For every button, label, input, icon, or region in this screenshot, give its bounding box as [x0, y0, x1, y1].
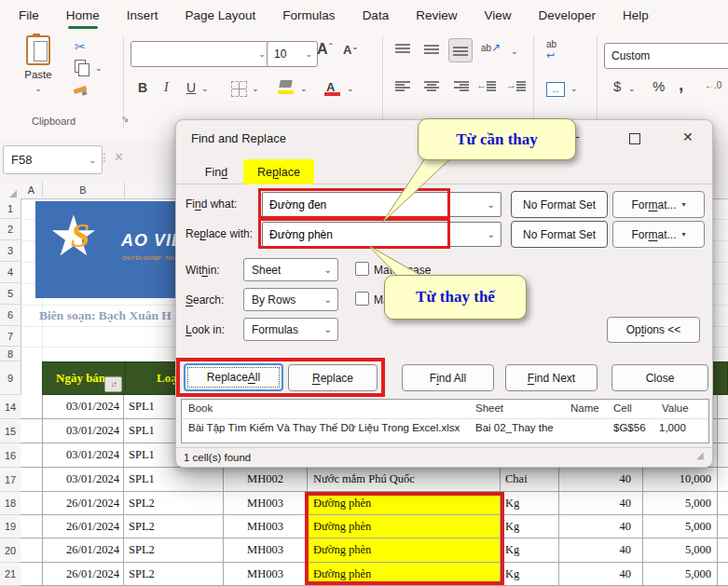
cell-unit[interactable]: Kg: [501, 563, 559, 585]
bold-button[interactable]: B: [138, 80, 147, 95]
options-button[interactable]: Options <<: [607, 317, 700, 343]
row-header[interactable]: 3: [0, 240, 21, 262]
fill-color-button[interactable]: [280, 80, 292, 88]
cancel-entry-icon[interactable]: ✕: [114, 150, 124, 164]
look-in-select[interactable]: Formulas ⌄: [243, 318, 338, 341]
cell-date[interactable]: 26/01/2024: [42, 515, 124, 538]
row-header[interactable]: 8: [0, 347, 21, 361]
cell-qty[interactable]: 40: [559, 492, 643, 514]
percent-format-button[interactable]: %: [652, 78, 665, 94]
cell-code[interactable]: MH003: [224, 563, 308, 585]
search-select[interactable]: By Rows ⌄: [243, 288, 338, 311]
tab-review[interactable]: Review: [416, 8, 457, 22]
results-col-value[interactable]: Value: [662, 402, 689, 414]
borders-button[interactable]: [231, 81, 247, 97]
cell[interactable]: [718, 395, 728, 418]
row-header[interactable]: 14: [0, 395, 21, 419]
tab-insert[interactable]: Insert: [127, 8, 158, 22]
cell-qty[interactable]: 40: [559, 563, 643, 585]
cell[interactable]: [718, 563, 728, 585]
row-header[interactable]: 15: [0, 419, 21, 443]
name-box[interactable]: F58 ⌄: [3, 145, 103, 174]
results-col-sheet[interactable]: Sheet: [475, 402, 503, 414]
select-all-corner[interactable]: [9, 190, 17, 198]
currency-format-button[interactable]: $: [613, 78, 621, 94]
replace-format-button[interactable]: Format... ▾: [612, 221, 705, 248]
increase-decimal-button[interactable]: ←.0: [705, 80, 721, 90]
row-header[interactable]: 18: [0, 492, 21, 515]
row-header[interactable]: 5: [0, 283, 21, 305]
row-header[interactable]: 6: [0, 305, 21, 326]
tab-page-layout[interactable]: Page Layout: [185, 8, 256, 22]
chevron-down-icon[interactable]: ⌄: [252, 84, 259, 93]
cell-qty[interactable]: 40: [559, 515, 643, 538]
row-header[interactable]: 9: [0, 361, 21, 395]
cell-date[interactable]: 03/01/2024: [42, 468, 124, 491]
find-all-button[interactable]: Find All: [402, 364, 494, 391]
cell[interactable]: [718, 419, 728, 443]
decrease-indent-button[interactable]: ←: [479, 80, 496, 93]
cell-type[interactable]: SPL2: [124, 492, 224, 514]
close-icon[interactable]: ✕: [682, 129, 694, 144]
chevron-down-icon[interactable]: ⌄: [347, 84, 354, 93]
chevron-down-icon[interactable]: ⌄: [511, 47, 518, 56]
cell-date[interactable]: 26/01/2024: [42, 563, 124, 585]
align-bottom-button-active[interactable]: [448, 38, 473, 62]
row-header[interactable]: 2: [0, 219, 21, 240]
align-middle-button[interactable]: [424, 43, 439, 56]
find-next-button[interactable]: Find Next: [505, 364, 598, 391]
sort-filter-icon[interactable]: ↓↑: [104, 376, 122, 392]
cut-icon[interactable]: ✂: [75, 39, 86, 54]
italic-button[interactable]: I: [164, 80, 169, 95]
cell-date[interactable]: 26/01/2024: [42, 492, 124, 514]
chevron-down-icon[interactable]: ⌄: [628, 84, 636, 93]
cell-product[interactable]: Nước mắm Phú Quốc: [308, 468, 501, 491]
comma-format-button[interactable]: ,: [679, 75, 683, 95]
cell-date[interactable]: 03/01/2024: [42, 443, 124, 467]
tab-find[interactable]: Find: [189, 159, 243, 184]
cell-type[interactable]: SPL2: [124, 538, 224, 562]
cell-code[interactable]: MH003: [224, 538, 308, 562]
copy-button[interactable]: [75, 60, 86, 73]
results-col-cell[interactable]: Cell: [613, 402, 632, 414]
format-painter-icon[interactable]: [74, 88, 89, 97]
tab-data[interactable]: Data: [363, 8, 390, 22]
cell-unit[interactable]: Kg: [501, 515, 559, 538]
results-row[interactable]: Bài Tập Tìm Kiếm Và Thay Thế Dữ Liệu Tro…: [182, 418, 708, 441]
font-name-combo[interactable]: ⌄: [130, 41, 271, 67]
cell-type[interactable]: SPL2: [124, 563, 224, 585]
merge-center-button[interactable]: ↔: [546, 82, 565, 97]
align-right-button[interactable]: [454, 80, 469, 93]
cell[interactable]: [718, 443, 728, 467]
cell-price[interactable]: 5,000: [643, 515, 718, 538]
cell-unit[interactable]: Kg: [501, 538, 559, 562]
cell[interactable]: [718, 468, 728, 491]
results-col-name[interactable]: Name: [570, 402, 599, 414]
column-header-b[interactable]: B: [42, 182, 125, 198]
tab-replace[interactable]: Replace: [243, 159, 314, 184]
tab-developer[interactable]: Developer: [538, 8, 596, 22]
cell-unit[interactable]: Chai: [501, 468, 559, 491]
row-header[interactable]: 1: [0, 198, 21, 219]
cell-price[interactable]: 10,000: [643, 468, 718, 491]
cell-date[interactable]: 26/01/2024: [42, 538, 124, 562]
cell-type[interactable]: SPL2: [124, 515, 224, 538]
cell-price[interactable]: 5,000: [643, 492, 718, 514]
row-header[interactable]: 20: [0, 538, 21, 563]
cell-date[interactable]: 03/01/2024: [42, 395, 124, 418]
tab-home[interactable]: Home: [66, 8, 100, 22]
match-entire-checkbox[interactable]: [355, 292, 369, 306]
underline-button[interactable]: U: [186, 80, 196, 95]
cell-price[interactable]: 5,000: [643, 538, 718, 562]
cell[interactable]: [718, 515, 728, 538]
align-top-button[interactable]: [395, 43, 410, 56]
tab-formulas[interactable]: Formulas: [282, 8, 335, 22]
results-list[interactable]: Book Sheet Name Cell Value Formula Bài T…: [181, 399, 709, 443]
number-format-combo[interactable]: Custom: [604, 43, 728, 69]
find-format-button[interactable]: Format... ▾: [612, 191, 705, 218]
within-select[interactable]: Sheet ⌄: [243, 258, 338, 281]
row-header[interactable]: 19: [0, 515, 21, 538]
cell-date[interactable]: 03/01/2024: [42, 419, 124, 443]
row-header[interactable]: 17: [0, 468, 21, 492]
cell-type[interactable]: SPL1: [124, 468, 224, 491]
